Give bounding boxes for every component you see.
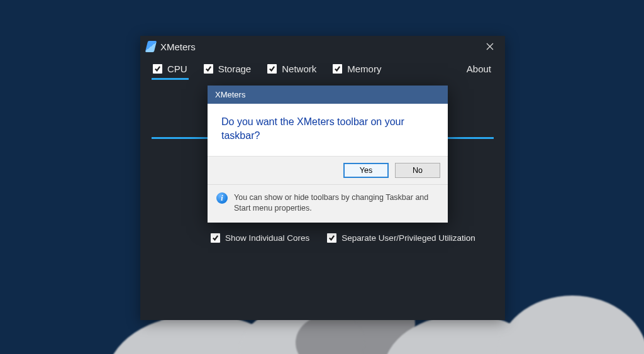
dialog-title: XMeters	[208, 86, 448, 104]
app-logo-icon	[145, 41, 157, 52]
tab-label: CPU	[167, 64, 187, 74]
close-button[interactable]	[481, 38, 499, 55]
tab-network[interactable]: Network	[266, 61, 318, 80]
titlebar: XMeters	[140, 36, 505, 57]
tab-about[interactable]: About	[465, 61, 494, 80]
info-icon: i	[216, 192, 228, 204]
dialog-actions: Yes No	[208, 156, 448, 184]
checkbox-icon	[204, 64, 213, 74]
checkbox-icon	[153, 64, 162, 74]
cpu-options-row: Show Individual Cores Separate User/Priv…	[211, 233, 475, 243]
checkbox-icon	[211, 233, 220, 243]
tab-memory[interactable]: Memory	[331, 61, 382, 80]
tab-storage[interactable]: Storage	[203, 61, 253, 80]
checkbox-icon	[327, 233, 336, 243]
smoke-cloud	[296, 314, 365, 354]
tab-label: Memory	[347, 64, 381, 74]
yes-button[interactable]: Yes	[343, 163, 389, 178]
option-label: Separate User/Privileged Utilization	[341, 233, 475, 243]
option-individual-cores[interactable]: Show Individual Cores	[211, 233, 309, 243]
checkbox-icon	[267, 64, 277, 74]
dialog-question: Do you want the XMeters toolbar on your …	[208, 104, 448, 156]
no-button[interactable]: No	[395, 163, 440, 178]
close-icon	[486, 43, 494, 50]
option-label: Show Individual Cores	[225, 233, 309, 243]
confirm-dialog: XMeters Do you want the XMeters toolbar …	[208, 86, 448, 223]
window-title: XMeters	[160, 41, 196, 52]
checkbox-icon	[333, 64, 342, 74]
tab-label: About	[467, 64, 491, 74]
tab-bar: CPU Storage Network Memory About	[140, 57, 505, 81]
tab-cpu[interactable]: CPU	[152, 61, 189, 80]
tab-label: Storage	[218, 64, 252, 74]
smoke-cloud	[107, 314, 296, 354]
option-separate-utilization[interactable]: Separate User/Privileged Utilization	[327, 233, 475, 243]
dialog-footer: i You can show or hide toolbars by chang…	[208, 184, 448, 223]
smoke-cloud	[384, 314, 547, 354]
dialog-hint: You can show or hide toolbars by changin…	[234, 192, 439, 214]
tab-label: Network	[282, 64, 316, 74]
smoke-cloud	[497, 296, 644, 354]
